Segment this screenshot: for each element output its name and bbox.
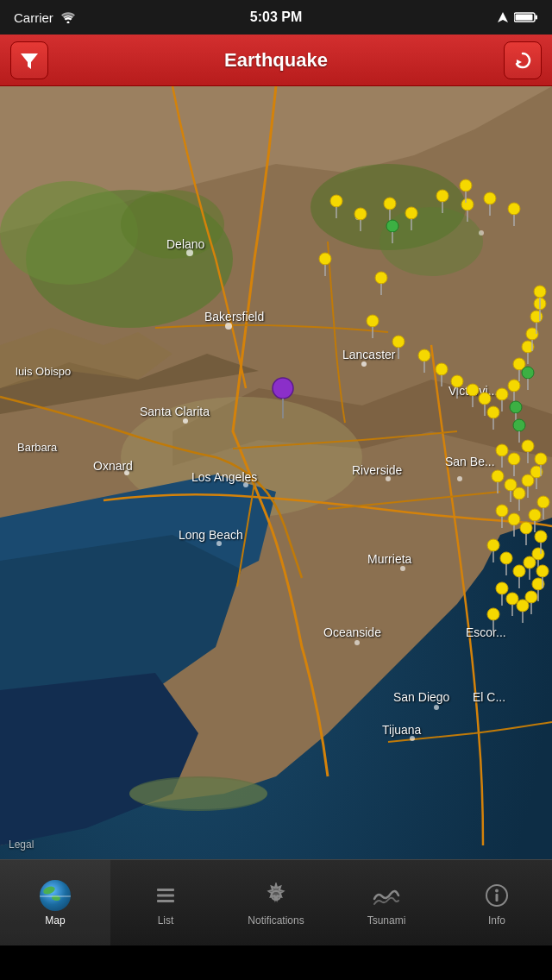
svg-point-123 bbox=[522, 440, 534, 452]
tab-info-label: Info bbox=[488, 914, 505, 927]
battery-icon bbox=[514, 11, 538, 23]
svg-point-147 bbox=[487, 539, 499, 551]
tab-list-label: List bbox=[158, 914, 174, 927]
wifi-icon bbox=[60, 11, 76, 23]
gear-icon bbox=[260, 880, 292, 911]
svg-point-34 bbox=[434, 705, 439, 710]
svg-text:Long Beach: Long Beach bbox=[179, 528, 243, 542]
svg-point-143 bbox=[529, 509, 541, 521]
svg-text:El C...: El C... bbox=[473, 690, 505, 704]
svg-text:Oceanside: Oceanside bbox=[323, 625, 381, 639]
svg-point-71 bbox=[508, 203, 520, 215]
svg-point-129 bbox=[513, 487, 525, 499]
svg-text:Santa Clarita: Santa Clarita bbox=[140, 405, 210, 418]
tab-map[interactable]: Map bbox=[0, 860, 110, 945]
svg-point-151 bbox=[513, 565, 525, 577]
svg-point-91 bbox=[467, 384, 479, 396]
svg-point-139 bbox=[508, 513, 520, 525]
svg-point-107 bbox=[530, 311, 543, 323]
svg-text:San Diego: San Diego bbox=[393, 690, 450, 704]
svg-point-79 bbox=[375, 272, 387, 284]
svg-point-27 bbox=[183, 418, 188, 424]
map-background: Delano Bakersfield Lancaster Santa Clari… bbox=[0, 86, 552, 859]
svg-point-67 bbox=[461, 198, 474, 210]
svg-rect-4 bbox=[516, 15, 533, 21]
svg-point-159 bbox=[496, 582, 508, 594]
svg-point-184 bbox=[495, 889, 499, 892]
svg-point-69 bbox=[484, 192, 496, 204]
svg-point-175 bbox=[273, 378, 293, 399]
svg-point-115 bbox=[510, 401, 522, 413]
refresh-button[interactable] bbox=[504, 41, 542, 79]
svg-point-59 bbox=[354, 208, 367, 220]
svg-text:Delano: Delano bbox=[166, 237, 205, 251]
svg-point-33 bbox=[354, 640, 360, 645]
svg-point-157 bbox=[535, 531, 547, 543]
svg-text:Riverside: Riverside bbox=[352, 463, 403, 477]
svg-text:Murrieta: Murrieta bbox=[367, 552, 412, 566]
svg-text:San Be...: San Be... bbox=[445, 455, 495, 468]
svg-point-145 bbox=[537, 496, 549, 508]
status-time: 5:03 PM bbox=[250, 9, 302, 25]
svg-point-135 bbox=[535, 453, 547, 465]
header-title: Earthquake bbox=[224, 49, 328, 72]
svg-point-111 bbox=[534, 286, 546, 298]
svg-text:Los Angeles: Los Angeles bbox=[191, 470, 257, 484]
svg-point-119 bbox=[496, 444, 508, 456]
wave-icon bbox=[371, 880, 402, 911]
svg-marker-1 bbox=[498, 12, 508, 22]
svg-point-137 bbox=[496, 505, 508, 517]
svg-point-161 bbox=[506, 593, 518, 605]
svg-point-89 bbox=[451, 375, 463, 387]
svg-point-0 bbox=[66, 22, 69, 24]
svg-point-57 bbox=[330, 195, 342, 207]
svg-point-63 bbox=[405, 207, 417, 219]
svg-point-99 bbox=[508, 380, 520, 392]
svg-point-36 bbox=[457, 476, 462, 481]
svg-point-155 bbox=[532, 548, 544, 560]
svg-text:Lancaster: Lancaster bbox=[342, 348, 396, 361]
svg-text:Bakersfield: Bakersfield bbox=[204, 310, 264, 324]
svg-point-85 bbox=[418, 349, 430, 361]
svg-point-25 bbox=[225, 323, 232, 330]
svg-point-121 bbox=[508, 453, 520, 465]
svg-point-61 bbox=[384, 198, 396, 210]
svg-point-93 bbox=[479, 393, 491, 405]
svg-text:Escor...: Escor... bbox=[466, 625, 506, 639]
svg-marker-5 bbox=[21, 53, 38, 69]
svg-point-65 bbox=[436, 190, 448, 202]
tab-list[interactable]: List bbox=[110, 860, 221, 945]
filter-button[interactable] bbox=[10, 41, 48, 79]
tab-info[interactable]: Info bbox=[442, 860, 552, 945]
svg-text:Oxnard: Oxnard bbox=[93, 459, 133, 473]
svg-point-83 bbox=[392, 336, 405, 348]
filter-icon bbox=[20, 51, 39, 70]
carrier-label: Carrier bbox=[14, 10, 53, 25]
map-container[interactable]: Delano Bakersfield Lancaster Santa Clari… bbox=[0, 86, 552, 859]
svg-point-75 bbox=[386, 220, 398, 232]
svg-point-26 bbox=[361, 361, 367, 367]
svg-point-125 bbox=[492, 470, 504, 482]
svg-point-165 bbox=[525, 591, 537, 603]
svg-point-32 bbox=[400, 566, 405, 571]
svg-point-113 bbox=[522, 367, 534, 379]
svg-point-171 bbox=[487, 608, 499, 620]
tab-bar: Map List Notifications bbox=[0, 859, 552, 945]
location-icon bbox=[497, 11, 509, 23]
svg-point-81 bbox=[367, 315, 379, 327]
svg-rect-179 bbox=[157, 900, 174, 902]
tab-tsunami[interactable]: Tsunami bbox=[331, 860, 442, 945]
svg-point-97 bbox=[496, 388, 508, 400]
svg-marker-6 bbox=[517, 60, 522, 65]
globe-icon bbox=[40, 880, 71, 911]
svg-point-169 bbox=[536, 565, 549, 577]
status-bar: Carrier 5:03 PM bbox=[0, 0, 552, 35]
svg-rect-3 bbox=[536, 16, 538, 20]
svg-point-11 bbox=[0, 181, 138, 285]
svg-point-73 bbox=[460, 179, 472, 192]
svg-rect-177 bbox=[157, 889, 174, 891]
status-right bbox=[497, 11, 538, 23]
svg-text:Tijuana: Tijuana bbox=[382, 723, 422, 737]
tab-notifications[interactable]: Notifications bbox=[221, 860, 331, 945]
legal-link[interactable]: Legal bbox=[9, 839, 34, 851]
